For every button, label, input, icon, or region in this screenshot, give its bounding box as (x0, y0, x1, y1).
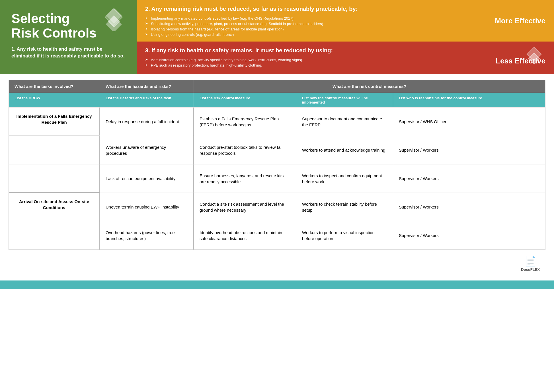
footer-bar (0, 280, 554, 289)
cell-hazard-1: Delay in response during a fall incident (100, 108, 194, 136)
point3-list: Administration controls (e.g. activity s… (145, 57, 545, 68)
cell-task-3 (9, 164, 100, 193)
cell-impl-5: Workers to perform a visual inspection b… (296, 221, 393, 249)
point2-item-2: Substituting a new activity, procedure, … (145, 21, 545, 26)
table-sub-header: List the HRCW List the Hazards and risks… (9, 93, 545, 107)
point2-list: Implementing any mandated controls speci… (145, 16, 545, 37)
table-row: Workers unaware of emergency procedures … (9, 136, 545, 164)
main-header-hazard: What are the hazards and risks? (100, 80, 194, 93)
header-right-panel: 2. Any remaining risk must be reduced, s… (137, 0, 554, 74)
cell-impl-4: Workers to check terrain stability befor… (296, 193, 393, 221)
less-effective-label: Less Effective (496, 57, 545, 65)
cell-hazard-2: Workers unaware of emergency procedures (100, 136, 194, 164)
main-header-measures: What are the risk control measures? (194, 80, 545, 93)
risk-table: What are the tasks involved? What are th… (9, 80, 545, 250)
sub-header-implementation: List how the control measures will be im… (296, 93, 393, 107)
point3-item-1: Administration controls (e.g. activity s… (145, 57, 545, 63)
point2-title: 2. Any remaining risk must be reduced, s… (145, 6, 545, 12)
cell-control-2: Conduct pre-start toolbox talks to revie… (194, 136, 296, 164)
red-panel: 3. If any risk to health or safety remai… (137, 42, 554, 74)
sub-header-hrcw: List the HRCW (9, 93, 100, 107)
docuflex-label: DocuFLEX (521, 267, 540, 272)
point2-item-3: Isolating persons from the hazard (e.g. … (145, 26, 545, 32)
header-logo-diamond (101, 7, 127, 33)
cell-task-4: Arrival On-site and Assess On-site Condi… (9, 193, 100, 221)
cell-control-4: Conduct a site risk assessment and level… (194, 193, 296, 221)
cell-task-5 (9, 221, 100, 249)
cell-hazard-3: Lack of rescue equipment availability (100, 164, 194, 193)
point2-item-4: Using engineering controls (e.g. guard r… (145, 32, 545, 37)
point1-text: 1. Any risk to health and safety must be… (11, 46, 125, 59)
cell-control-1: Establish a Falls Emergency Rescue Plan … (194, 108, 296, 136)
table-row: Arrival On-site and Assess On-site Condi… (9, 193, 545, 221)
cell-task-2 (9, 136, 100, 164)
table-row: Implementation of a Falls Emergency Resc… (9, 107, 545, 136)
cell-hazard-4: Uneven terrain causing EWP instability (100, 193, 194, 221)
point2-item-1: Implementing any mandated controls speci… (145, 16, 545, 21)
sub-header-responsible: List who is responsible for the control … (393, 93, 545, 107)
cell-resp-2: Supervisor / Workers (393, 136, 545, 164)
point3-title: 3. If any risk to health or safety remai… (145, 47, 545, 54)
cell-resp-3: Supervisor / Workers (393, 164, 545, 193)
more-effective-label: More Effective (495, 16, 545, 25)
main-header-task: What are the tasks involved? (9, 80, 100, 93)
cell-resp-5: Supervisor / Workers (393, 221, 545, 249)
docuflex-area: 📄 DocuFLEX (0, 255, 554, 275)
table-body: Implementation of a Falls Emergency Resc… (9, 107, 545, 249)
cell-resp-4: Supervisor / Workers (393, 193, 545, 221)
table-row: Overhead hazards (power lines, tree bran… (9, 221, 545, 249)
cell-impl-2: Workers to attend and acknowledge traini… (296, 136, 393, 164)
cell-hazard-5: Overhead hazards (power lines, tree bran… (100, 221, 194, 249)
docuflex-logo: 📄 DocuFLEX (521, 255, 540, 272)
point3-item-2: PPE such as respiratory protection, hard… (145, 63, 545, 68)
document-icon: 📄 (521, 255, 540, 267)
cell-resp-1: Supervisor / WHS Officer (393, 108, 545, 136)
cell-impl-1: Supervisor to document and communicate t… (296, 108, 393, 136)
cell-control-3: Ensure harnesses, lanyards, and rescue k… (194, 164, 296, 193)
header-left-panel: Selecting Risk Controls 1. Any risk to h… (0, 0, 137, 74)
sub-header-control: List the risk control measure (194, 93, 296, 107)
cell-control-5: Identify overhead obstructions and maint… (194, 221, 296, 249)
sub-header-hazards: List the Hazards and risks of the task (100, 93, 194, 107)
table-main-header: What are the tasks involved? What are th… (9, 80, 545, 93)
header-section: Selecting Risk Controls 1. Any risk to h… (0, 0, 554, 74)
cell-impl-3: Workers to inspect and confirm equipment… (296, 164, 393, 193)
table-row: Lack of rescue equipment availability En… (9, 164, 545, 193)
cell-task-1: Implementation of a Falls Emergency Resc… (9, 108, 100, 136)
orange-panel: 2. Any remaining risk must be reduced, s… (137, 0, 554, 42)
